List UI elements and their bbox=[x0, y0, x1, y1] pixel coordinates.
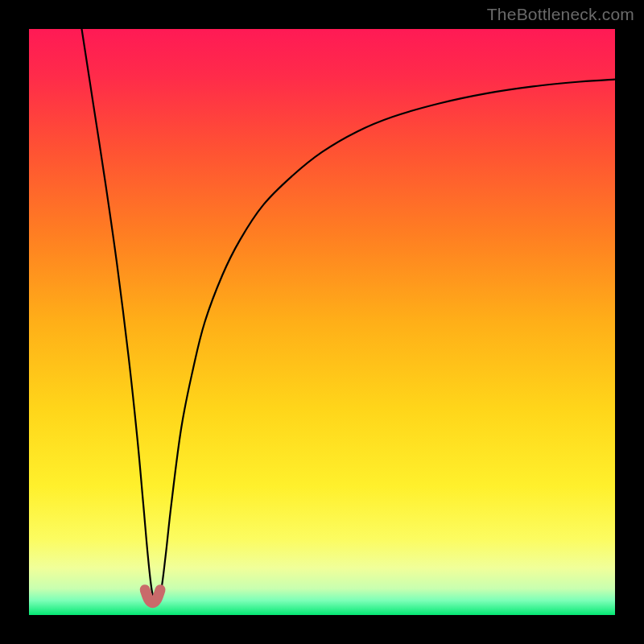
plot-area bbox=[29, 29, 615, 615]
bottleneck-curve bbox=[82, 29, 615, 601]
chart-frame: TheBottleneck.com bbox=[0, 0, 644, 644]
curve-layer bbox=[29, 29, 615, 615]
watermark-text: TheBottleneck.com bbox=[487, 5, 634, 24]
